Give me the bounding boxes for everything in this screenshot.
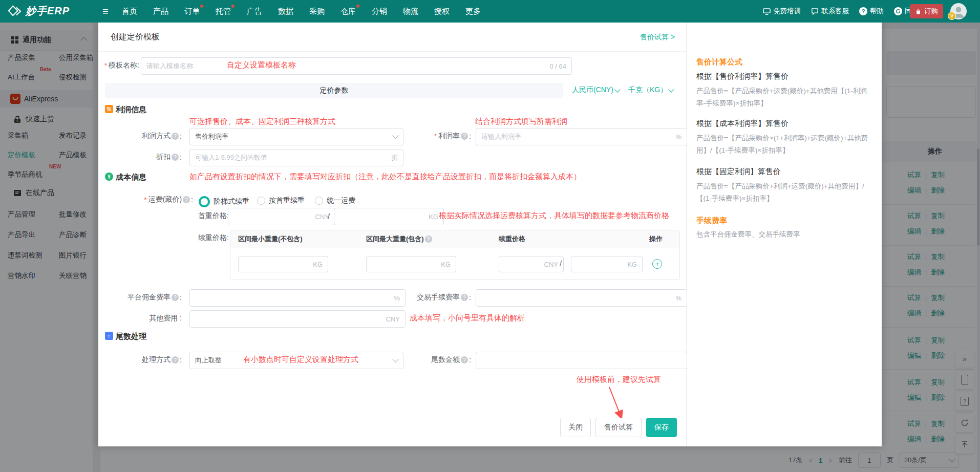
question-icon: ?: [859, 7, 867, 15]
annotation-profit-rate: 结合利润方式填写所需利润: [475, 117, 567, 126]
profit-method-label: 利润方式?:: [100, 128, 182, 144]
sync-icon: [894, 7, 902, 15]
user-avatar[interactable]: V: [950, 3, 967, 19]
nav-item-logistics[interactable]: 物流: [403, 7, 418, 16]
profit-section-icon: %: [105, 105, 113, 113]
col-actions: 操作: [649, 230, 663, 248]
renewal-price-input[interactable]: CNY: [499, 256, 564, 272]
formula-head: 根据【成本利润率】算售价: [696, 119, 789, 128]
freight-radio-first-weight[interactable]: 按首重续重: [257, 196, 305, 205]
formula-body: 产品售价=【产品采购价×(1+利润率)+运费(藏价)+其他费用】/【(1-手续费…: [696, 132, 868, 157]
fee-rate-body: 包含平台佣金费率、交易手续费率: [696, 228, 868, 241]
transaction-fee-input[interactable]: %: [476, 289, 687, 307]
question-icon[interactable]: ?: [425, 235, 432, 243]
slash-separator: /: [560, 259, 562, 268]
cost-section-title: 成本信息: [116, 173, 146, 182]
renewal-kg-input[interactable]: KG: [571, 256, 643, 272]
nav-item-ads[interactable]: 广告: [247, 7, 262, 16]
freight-radio-unified[interactable]: 统一运费: [315, 196, 355, 205]
discount-input[interactable]: 可输入1-9.99之间的数值折: [189, 149, 403, 166]
modal-title: 创建定价模板: [111, 32, 160, 42]
nav-menu: 首页 产品 订单 托管 广告 数据 采购 仓库 分销 物流 授权 更多: [122, 0, 481, 23]
weight-unit-select[interactable]: 千克（KG）: [628, 85, 673, 95]
question-icon[interactable]: ?: [172, 154, 179, 161]
annotation-cost-discount: 如产品有设置折扣的情况下，需要填写对应折扣（注意，此处不是直接给产品设置折扣，而…: [189, 172, 581, 182]
close-button[interactable]: 关闭: [560, 418, 591, 437]
contact-support-link[interactable]: 联系客服: [811, 7, 849, 16]
monitor-icon: [763, 8, 771, 15]
nav-right-cluster: 免费培训 联系客服 ? 帮助 同步: [763, 0, 919, 23]
formula-body: 产品售价=【产品采购价+利润+运费(藏价)+其他费用】/【(1-手续费率)×折扣…: [696, 180, 868, 205]
question-icon[interactable]: ?: [461, 356, 468, 363]
nav-item-purchase[interactable]: 采购: [309, 7, 325, 16]
tail-section-title: 尾数处理: [116, 332, 146, 341]
formula-panel-title: 售价计算公式: [696, 57, 742, 67]
profit-method-select[interactable]: 售价利润率: [189, 128, 403, 145]
question-icon[interactable]: ?: [172, 294, 179, 301]
radio-selected-icon: [199, 196, 210, 207]
other-fee-input[interactable]: CNY: [189, 310, 406, 328]
col-renewal-price: 续重价格: [499, 230, 525, 248]
nav-item-hosting[interactable]: 托管: [216, 7, 231, 16]
app-root: 操作 试算|复制 编辑|删除 试算|复制 编辑|删除 试算|复制 编辑|删除 试…: [0, 0, 980, 472]
free-training-link[interactable]: 免费培训: [763, 7, 801, 16]
question-icon[interactable]: ?: [183, 196, 190, 203]
notification-dot: [356, 5, 359, 8]
question-icon[interactable]: ?: [172, 133, 179, 140]
profit-rate-input[interactable]: 请输入利润率%: [476, 128, 687, 145]
transaction-fee-label: 交易手续费率?:: [389, 289, 471, 306]
nav-item-more[interactable]: 更多: [465, 7, 481, 16]
platform-commission-label: 平台佣金费率?:: [100, 289, 182, 306]
price-trial-top-link[interactable]: 售价试算 >: [640, 33, 675, 42]
freight-radio-tiered[interactable]: 阶梯式续重: [199, 196, 249, 207]
template-name-label: *模板名称:: [78, 57, 139, 74]
nav-item-warehouse[interactable]: 仓库: [340, 7, 356, 16]
slash-separator: /: [328, 212, 330, 221]
top-navbar: 妙手ERP ≡ 首页 产品 订单 托管 广告 数据 采购 仓库 分销 物流 授权…: [0, 0, 980, 23]
question-icon[interactable]: ?: [461, 133, 468, 140]
question-icon[interactable]: ?: [172, 356, 179, 363]
nav-item-orders[interactable]: 订单: [184, 7, 200, 16]
char-counter: 0 / 64: [549, 62, 566, 70]
min-weight-input[interactable]: KG: [238, 256, 328, 272]
annotation-trial-first: 使用模板前，建议先试算: [577, 375, 661, 384]
max-weight-input[interactable]: KG: [366, 256, 456, 272]
nav-item-distribution[interactable]: 分销: [372, 7, 387, 16]
nav-item-data[interactable]: 数据: [278, 7, 293, 16]
subscribe-button[interactable]: 订购: [910, 4, 943, 18]
renewal-weight-table: 区间最小重量(不包含) 区间最大重量(包含)? 续重价格 操作 KG KG CN…: [230, 230, 680, 280]
first-weight-kg-input[interactable]: KG: [334, 208, 444, 225]
annotation-tail-method: 有小数点时可自定义设置处理方式: [243, 355, 358, 364]
template-name-input[interactable]: 请输入模板名称 0 / 64: [141, 57, 572, 75]
question-icon[interactable]: ?: [461, 294, 468, 301]
formula-head: 根据【固定利润】算售价: [696, 167, 781, 177]
tail-amount-label: 尾数金额?:: [404, 352, 471, 368]
nav-item-products[interactable]: 产品: [153, 7, 168, 16]
profit-rate-label: *利润率?:: [404, 128, 471, 144]
nav-item-home[interactable]: 首页: [122, 7, 137, 16]
formula-body: 产品售价=【产品采购价+运费(藏价)+其他费用【(1-利润率-手续费率)×折扣率…: [696, 85, 868, 110]
formula-panel: 售价计算公式 根据【售价利润率】算售价 产品售价=【产品采购价+运费(藏价)+其…: [686, 23, 882, 446]
app-logo[interactable]: 妙手ERP: [8, 4, 70, 18]
tail-method-label: 处理方式?:: [100, 352, 182, 368]
chevron-down-icon: [669, 87, 674, 92]
fee-rate-title: 手续费率: [696, 216, 727, 226]
price-trial-button[interactable]: 售价试算: [595, 418, 642, 437]
platform-commission-input[interactable]: %: [189, 289, 406, 307]
currency-select[interactable]: 人民币(CNY): [572, 85, 620, 95]
create-pricing-template-drawer: 创建定价模板 售价试算 > *模板名称: 请输入模板名称 0 / 64 自定义设…: [98, 23, 882, 446]
freight-label: *运费(藏价)?:: [111, 191, 193, 208]
chevron-down-icon: [392, 356, 399, 362]
nav-item-authorization[interactable]: 授权: [434, 7, 450, 16]
formula-head: 根据【售价利润率】算售价: [696, 72, 789, 81]
menu-toggle-icon[interactable]: ≡: [102, 5, 109, 17]
first-weight-price-input[interactable]: CNY: [228, 208, 335, 225]
logo-diamond-icon: [8, 5, 22, 18]
add-row-icon[interactable]: +: [652, 259, 662, 269]
help-link[interactable]: ? 帮助: [859, 7, 884, 16]
save-button[interactable]: 保存: [646, 418, 677, 437]
chat-icon: [811, 8, 819, 15]
cost-section-icon: ¥: [105, 173, 113, 181]
discount-label: 折扣?:: [100, 149, 182, 165]
tail-amount-input[interactable]: [476, 352, 687, 369]
